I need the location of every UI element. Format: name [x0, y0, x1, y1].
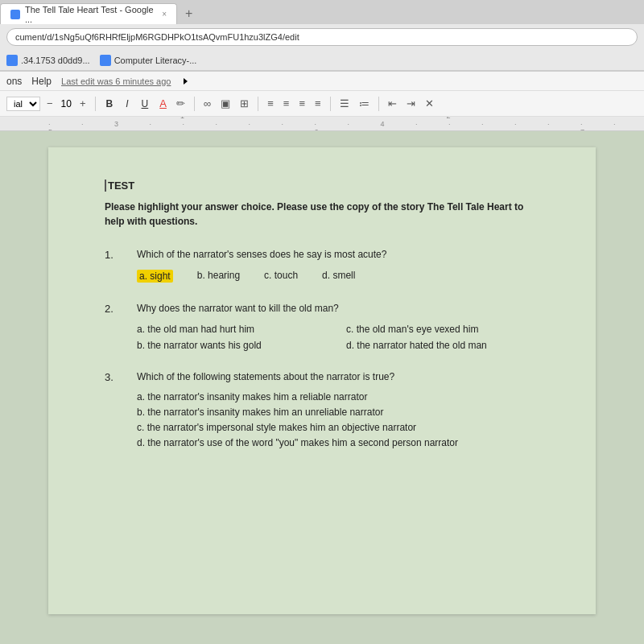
question-2-block: 2. Why does the narrator want to kill th… — [105, 302, 539, 351]
q1-option-a[interactable]: a. sight — [137, 270, 173, 283]
font-size-value: 10 — [60, 98, 73, 109]
q3-option-b[interactable]: b. the narrator's insanity makes him an … — [137, 407, 539, 418]
font-name-dropdown[interactable]: ial — [6, 97, 40, 111]
font-color-button[interactable]: A — [156, 96, 170, 111]
question-1-content: Which of the narrator's senses does he s… — [137, 248, 539, 283]
question-2-text: Why does the narrator want to kill the o… — [137, 302, 539, 316]
toolbar: ial − 10 + B I U A ✏ ∞ ▣ ⊞ ≡ ≡ ≡ ≡ ☰ ≔ ⇤… — [0, 91, 644, 117]
instructions-bold: Please highlight your answer choice. Ple… — [105, 201, 523, 227]
q3-option-c[interactable]: c. the narrator's impersonal style makes… — [137, 422, 539, 433]
question-1-number: 1. — [105, 248, 121, 283]
bookmark-favicon-1 — [6, 55, 18, 66]
list-button[interactable]: ≔ — [356, 96, 373, 111]
align-left-button[interactable]: ≡ — [264, 96, 277, 111]
italic-button[interactable]: I — [121, 97, 133, 111]
align-center-button[interactable]: ≡ — [280, 96, 293, 111]
toolbar-separator-2 — [194, 97, 195, 111]
question-3-content: Which of the following statements about … — [137, 370, 539, 449]
bookmarks-bar: .34.1753 d0dd9... Computer Literacy-... — [0, 50, 644, 71]
font-size-minus[interactable]: − — [43, 96, 56, 111]
line-spacing-button[interactable]: ☰ — [336, 96, 353, 111]
test-title: TEST — [105, 180, 539, 192]
question-1-options: a. sight b. hearing c. touch d. smell — [137, 270, 539, 283]
ruler-marks: · · · · 1 · · · · · · · 2 · · · · · · · … — [48, 117, 644, 131]
url-text: cument/d/1sNg5uQf6RHRfEljpM6RGDHPkO1tsAQ… — [15, 32, 299, 42]
document-page: TEST Please highlight your answer choice… — [48, 147, 596, 614]
tab-close-button[interactable]: × — [162, 10, 167, 19]
align-right-button[interactable]: ≡ — [295, 96, 308, 111]
toolbar-separator-1 — [95, 97, 96, 111]
question-3-text: Which of the following statements about … — [137, 370, 539, 384]
q2-option-b[interactable]: b. the narrator wants his gold — [137, 340, 330, 351]
bookmark-2[interactable]: Computer Literacy-... — [100, 55, 197, 66]
address-bar-row: cument/d/1sNg5uQf6RHRfEljpM6RGDHPkO1tsAQ… — [0, 24, 644, 50]
font-size-plus[interactable]: + — [76, 96, 89, 111]
question-2-number: 2. — [105, 302, 121, 351]
bold-button[interactable]: B — [101, 97, 118, 111]
question-2-content: Why does the narrator want to kill the o… — [137, 302, 539, 351]
clear-format-button[interactable]: ✕ — [422, 96, 437, 111]
question-3-options: a. the narrator's insanity makes him a r… — [137, 391, 539, 448]
toolbar-separator-4 — [330, 97, 331, 111]
last-edit-status: Last edit was 6 minutes ago — [61, 76, 171, 86]
question-1-block: 1. Which of the narrator's senses does h… — [105, 248, 539, 283]
q2-option-c[interactable]: c. the old man's eye vexed him — [346, 324, 539, 335]
new-tab-button[interactable]: + — [177, 3, 200, 24]
menu-item-extensions[interactable]: ons — [6, 76, 22, 87]
question-1-text: Which of the narrator's senses does he s… — [137, 248, 539, 262]
align-justify-button[interactable]: ≡ — [312, 96, 324, 111]
q2-option-d[interactable]: d. the narrator hated the old man — [346, 340, 539, 351]
q1-option-d[interactable]: d. smell — [322, 270, 355, 283]
cursor-icon — [184, 78, 188, 85]
tab-label: The Tell Tale Heart Test - Google ... — [25, 5, 155, 24]
question-3-number: 3. — [105, 370, 121, 449]
active-tab[interactable]: The Tell Tale Heart Test - Google ... × — [0, 3, 177, 24]
ruler: · · · · 1 · · · · · · · 2 · · · · · · · … — [0, 117, 644, 131]
menu-bar: ons Help Last edit was 6 minutes ago — [0, 72, 644, 91]
document-area: TEST Please highlight your answer choice… — [0, 131, 644, 644]
indent-increase-button[interactable]: ⇥ — [403, 96, 419, 111]
tab-bar: The Tell Tale Heart Test - Google ... × … — [0, 0, 644, 24]
toolbar-separator-5 — [378, 97, 379, 111]
underline-button[interactable]: U — [137, 97, 154, 111]
link-button[interactable]: ∞ — [200, 96, 214, 111]
highlight-button[interactable]: ✏ — [173, 96, 188, 111]
menu-item-help[interactable]: Help — [31, 76, 52, 87]
indent-decrease-button[interactable]: ⇤ — [385, 96, 400, 111]
q1-option-b[interactable]: b. hearing — [197, 270, 240, 283]
table-button[interactable]: ⊞ — [237, 96, 252, 111]
instructions: Please highlight your answer choice. Ple… — [105, 200, 539, 229]
q2-option-a[interactable]: a. the old man had hurt him — [137, 324, 330, 335]
address-bar[interactable]: cument/d/1sNg5uQf6RHRfEljpM6RGDHPkO1tsAQ… — [6, 28, 638, 46]
q3-option-d[interactable]: d. the narrator's use of the word "you" … — [137, 437, 539, 448]
bookmark-1[interactable]: .34.1753 d0dd9... — [6, 55, 90, 66]
question-2-options: a. the old man had hurt him c. the old m… — [137, 324, 539, 351]
question-3-block: 3. Which of the following statements abo… — [105, 370, 539, 449]
q3-option-a[interactable]: a. the narrator's insanity makes him a r… — [137, 391, 539, 402]
toolbar-separator-3 — [258, 97, 258, 111]
image-button[interactable]: ▣ — [217, 96, 233, 111]
tab-favicon — [10, 10, 20, 19]
bookmark-favicon-2 — [100, 55, 111, 66]
q1-option-c[interactable]: c. touch — [264, 270, 298, 283]
main-content: TEST Please highlight your answer choice… — [0, 131, 644, 644]
bookmark-label-1: .34.1753 d0dd9... — [21, 56, 90, 65]
bookmark-label-2: Computer Literacy-... — [114, 56, 197, 65]
